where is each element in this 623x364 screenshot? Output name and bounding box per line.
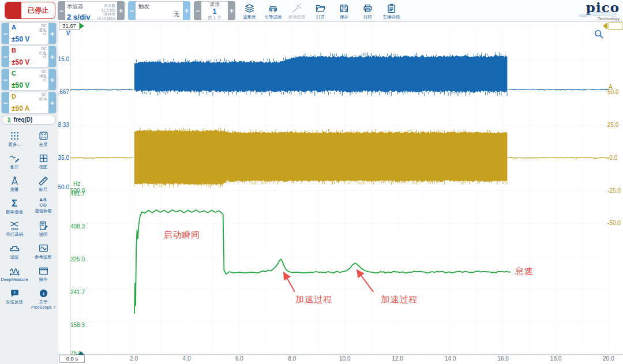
channel-c-card: −CDC绿色x1±50 V+: [1, 69, 57, 91]
axis-A-tick: -25.0: [607, 187, 623, 194]
reference-waveforms-icon: [38, 243, 49, 254]
channel-d-decrease-button[interactable]: −: [2, 92, 9, 113]
waveform-library-icon: [244, 3, 255, 14]
toolbar-car-button[interactable]: 引导试验: [261, 1, 285, 20]
stop-button[interactable]: 已停止: [5, 2, 55, 19]
channel-b-increase-button[interactable]: +: [48, 46, 56, 67]
sigma-icon: Σ: [12, 198, 17, 209]
time-axis-tick: 10.0: [339, 355, 350, 362]
zoom-tool-icon[interactable]: [593, 28, 605, 40]
sidebar-item-channel-labels[interactable]: ABCD通道标签: [29, 197, 58, 217]
sidebar-item-send-feedback[interactable]: i发送反馈: [0, 287, 29, 311]
channel-c-decrease-button[interactable]: −: [2, 69, 9, 90]
sample-info: 样本数 62.5 MS 采样率 ~3.13 MS/s: [96, 3, 115, 18]
sidebar-item-deepmeasure[interactable]: DeepMeasure: [0, 264, 29, 285]
toolbar-clipboard-button[interactable]: 车辆详情: [380, 1, 403, 20]
channel-labels-icon: ABCD: [39, 198, 47, 208]
channel-d-increase-button[interactable]: +: [48, 92, 56, 113]
sidebar-item-about[interactable]: i关于 PicoScope 7: [29, 287, 58, 311]
annotation-text: 怠速: [515, 266, 534, 277]
trigger-title: 触发: [138, 3, 149, 10]
trigger-settings[interactable]: 触发 无: [136, 1, 183, 20]
time-axis-tick: 20.0: [603, 355, 614, 362]
toolbar-wand-button[interactable]: 自动设置: [285, 1, 309, 20]
channel-a-settings[interactable]: ADC蓝色x1±50 V: [9, 23, 48, 44]
axis-Hz-unit: Hz: [73, 181, 80, 187]
waveform-count[interactable]: 波形 1 的 1 个: [201, 1, 228, 20]
folder-icon: [315, 3, 326, 14]
sidebar-item-filter[interactable]: 滤波: [0, 242, 29, 262]
time-axis-tick: 4.0: [183, 355, 191, 362]
sidebar-item-actions[interactable]: 操作: [29, 264, 58, 285]
toolbar-waveform-library-button[interactable]: 波形库: [238, 1, 261, 20]
axis-Hz-tick: 325.0: [70, 256, 93, 263]
fullscreen-icon: [38, 130, 49, 141]
channel-panel: −ADC蓝色x1±50 V+−BDC红色x1±50 V+−CDC绿色x1±50 …: [0, 21, 58, 114]
filter-icon: [9, 243, 20, 254]
logo-subtext: Technology: [576, 17, 620, 21]
sidebar-item-dots-grid[interactable]: 更多...: [0, 129, 29, 150]
car-icon: [268, 3, 279, 14]
channel-c-coupling: DC绿色x1: [39, 70, 47, 82]
axis-A-unit: A: [609, 84, 613, 91]
sidebar-item-serial-decoding[interactable]: 1101串行译码: [0, 219, 29, 240]
actions-icon: [38, 265, 49, 276]
sidebar-item-fullscreen[interactable]: 全屏: [29, 129, 58, 150]
channel-b-letter: B: [12, 47, 16, 54]
channel-a-card: −ADC蓝色x1±50 V+: [1, 22, 57, 44]
rulers-icon: [38, 175, 49, 186]
views-icon: [38, 153, 49, 164]
sidebar-item-notes[interactable]: 备注: [0, 152, 29, 172]
trigger-decrease-button[interactable]: −: [128, 1, 136, 20]
sidebar-item-views[interactable]: 视图: [29, 152, 58, 172]
deepmeasure-icon: [9, 265, 20, 276]
channel-b-decrease-button[interactable]: −: [2, 46, 9, 67]
sidebar-item-reference-waveforms[interactable]: 参考波形: [29, 242, 58, 262]
sidebar-item-explain[interactable]: 说明: [29, 219, 58, 240]
gold-axis-readout: [609, 22, 622, 30]
time-origin-box[interactable]: 0.0 s: [59, 355, 85, 363]
sidebar-item-measurements[interactable]: 测量: [0, 174, 29, 195]
time-axis-tick: 14.0: [445, 355, 456, 362]
stop-indicator: [5, 2, 21, 18]
axis-Hz-tick: 158.3: [70, 322, 93, 329]
timebase-increase-button[interactable]: +: [117, 1, 125, 20]
toolbar-save-button[interactable]: 保存: [332, 1, 356, 20]
time-axis-tick: 2.0: [130, 355, 138, 362]
channel-c-increase-button[interactable]: +: [48, 69, 56, 90]
trigger-increase-button[interactable]: +: [183, 1, 190, 20]
channel-b-coupling: DC红色x1: [39, 47, 47, 59]
waveform-prev-button[interactable]: −: [194, 1, 201, 20]
axis-position-readout: 31.67: [59, 22, 80, 30]
dots-grid-icon: [9, 130, 20, 141]
channel-a-decrease-button[interactable]: −: [2, 23, 9, 44]
timebase-decrease-button[interactable]: −: [58, 1, 65, 20]
sigma-icon: Σ: [7, 117, 12, 123]
toolbar-folder-button[interactable]: 打开: [309, 1, 332, 20]
channel-d-settings[interactable]: DDC60 A±50 A: [9, 92, 48, 113]
annotation-text: 启动瞬间: [163, 230, 200, 241]
channel-c-settings[interactable]: CDC绿色x1±50 V: [9, 69, 48, 90]
time-axis-tick: 16.0: [497, 355, 508, 362]
clipboard-icon: [386, 3, 397, 14]
timebase-panel: − 示波器 2 s/div 样本数 62.5 MS 采样率 ~3.13 MS/s…: [58, 1, 125, 20]
svg-text:i: i: [43, 291, 44, 297]
svg-text:i: i: [14, 290, 15, 295]
channel-a-range: ±50 V: [12, 35, 29, 43]
channel-b-settings[interactable]: BDC红色x1±50 V: [9, 46, 48, 67]
plot-labels: 15.0-1.667-18.33-35.0-50.0500.0491.7408.…: [0, 0, 623, 364]
channel-d-range: ±50 A: [12, 104, 30, 112]
axis-V-unit: V: [62, 30, 74, 37]
sidebar-item-rulers[interactable]: 标尺: [29, 174, 58, 195]
waveform-next-button[interactable]: +: [228, 1, 235, 20]
channel-a-increase-button[interactable]: +: [48, 23, 56, 44]
channel-b-card: −BDC红色x1±50 V+: [1, 46, 57, 67]
sidebar-item-maths[interactable]: Σ数学通道: [0, 197, 29, 217]
math-channel-freq[interactable]: Σ freq(D): [2, 115, 56, 125]
channel-d-letter: D: [12, 93, 16, 100]
timebase-settings[interactable]: 示波器 2 s/div 样本数 62.5 MS 采样率 ~3.13 MS/s: [65, 1, 117, 20]
time-axis-tick: 18.0: [550, 355, 561, 362]
toolbar-print-button[interactable]: 打印: [356, 1, 380, 20]
axis-Hz-tick: 408.3: [70, 223, 93, 230]
stop-label: 已停止: [21, 2, 55, 18]
